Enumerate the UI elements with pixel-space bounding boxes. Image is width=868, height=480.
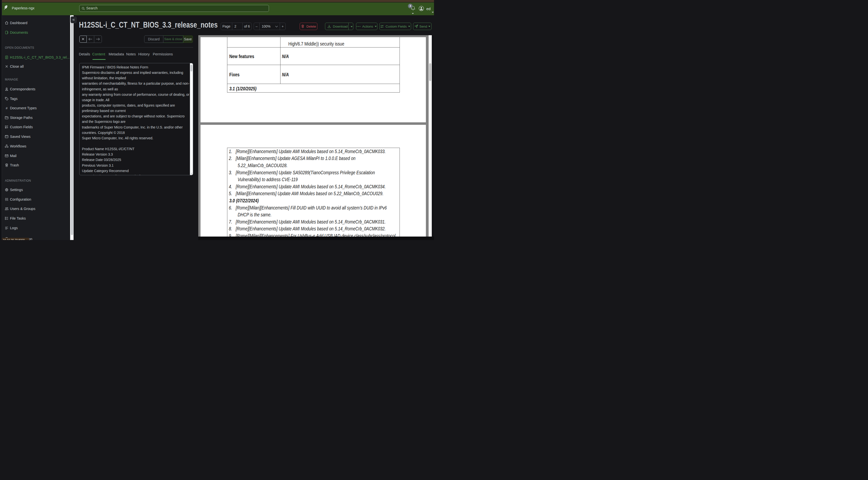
svg-text:#: #	[6, 106, 8, 110]
